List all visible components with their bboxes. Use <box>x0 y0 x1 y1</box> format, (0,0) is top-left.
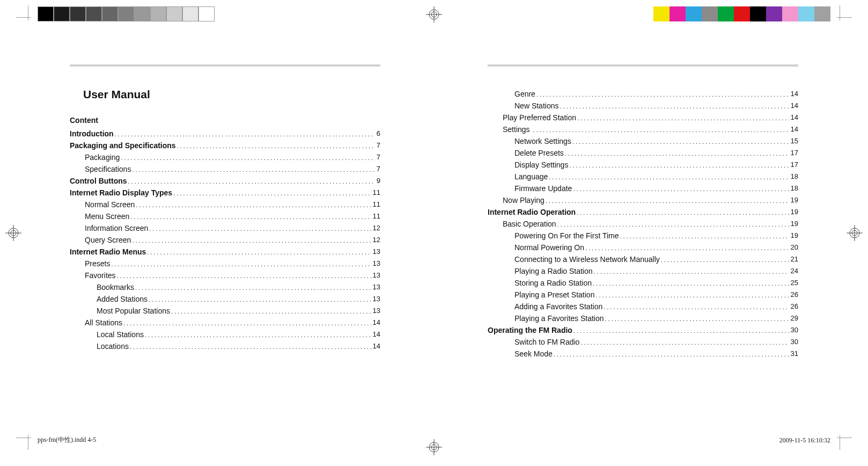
color-swatch <box>734 6 750 21</box>
color-swatch <box>798 6 814 21</box>
color-swatch <box>38 6 54 21</box>
toc-entry-label: Genre <box>514 90 536 98</box>
page-right: Genre14New Stations14Play Preferred Stat… <box>434 64 868 423</box>
toc-entry-label: Specifications <box>85 165 132 173</box>
toc-entry-label: Switch to FM Radio <box>514 338 580 346</box>
toc-entry: Adding a Favorites Station26 <box>488 301 798 312</box>
toc-entry-label: Internet Radio Display Types <box>70 188 173 197</box>
toc-entry-label: Language <box>514 172 549 181</box>
toc-entry-label: Internet Radio Menus <box>70 247 147 256</box>
toc-entry-page: 13 <box>371 293 380 305</box>
toc-entry-page: 11 <box>371 199 380 210</box>
toc-entry: Favorites13 <box>70 270 380 281</box>
color-swatch <box>86 6 102 21</box>
toc-entry-label: Information Screen <box>85 224 149 232</box>
toc-entry-label: Normal Screen <box>85 200 136 209</box>
toc-entry-label: Storing a Radio Station <box>514 279 593 287</box>
toc-entry-label: Locations <box>97 342 130 351</box>
toc-entry: Now Playing19 <box>488 194 798 206</box>
toc-entry: Delete Presets17 <box>488 147 798 159</box>
toc-entry-page: 26 <box>789 289 798 301</box>
toc-entry-label: Control Buttons <box>70 177 128 185</box>
color-swatch <box>70 6 86 21</box>
toc-entry-label: Bookmarks <box>97 283 135 292</box>
color-swatch <box>766 6 782 21</box>
toc-entry-page: 14 <box>371 340 380 352</box>
color-bar-grayscale <box>38 6 215 21</box>
toc-entry-page: 24 <box>789 265 798 277</box>
toc-entry-page: 11 <box>371 187 380 199</box>
toc-entry: Seek Mode31 <box>488 348 798 360</box>
toc-entry: Firmware Update18 <box>488 183 798 194</box>
color-swatch <box>54 6 70 21</box>
toc-entry: Powering On For the First Time19 <box>488 230 798 242</box>
crop-corner-br <box>830 428 852 450</box>
toc-entry-label: Connecting to a Wireless Network Manuall… <box>514 255 661 264</box>
toc-entry: Internet Radio Menus13 <box>70 246 380 258</box>
toc-entry: Added Stations13 <box>70 293 380 305</box>
toc-entry: Local Stations14 <box>70 329 380 340</box>
color-bar-colors <box>653 6 830 21</box>
toc-entry: All Stations14 <box>70 317 380 329</box>
toc-entry-label: Introduction <box>70 129 115 138</box>
toc-entry-page: 11 <box>371 210 380 222</box>
toc-entry: Normal Screen11 <box>70 199 380 210</box>
page-rule <box>488 64 798 67</box>
footer-filename: pps-fm(中性).indd 4-5 <box>38 435 96 445</box>
toc-entry-page: 15 <box>789 135 798 147</box>
toc-entry: Operating the FM Radio30 <box>488 324 798 336</box>
toc-entry-page: 7 <box>375 151 380 163</box>
color-swatch <box>750 6 766 21</box>
toc-entry-label: Operating the FM Radio <box>488 326 573 334</box>
toc-entry: Information Screen12 <box>70 222 380 234</box>
toc-entry: Network Settings15 <box>488 135 798 147</box>
color-swatch <box>653 6 670 21</box>
toc-entry: Most Popular Stations13 <box>70 305 380 317</box>
toc-entry-page: 29 <box>789 312 798 324</box>
toc-entry-label: Playing a Radio Station <box>514 267 594 275</box>
toc-entry-page: 14 <box>371 317 380 329</box>
toc-entry: Internet Radio Operation19 <box>488 206 798 218</box>
toc-entry-page: 30 <box>789 324 798 336</box>
toc-entry: Play Preferred Station14 <box>488 112 798 123</box>
toc-entry-page: 18 <box>789 183 798 194</box>
toc-entry-page: 25 <box>789 277 798 289</box>
color-swatch <box>198 6 215 21</box>
toc-entry-page: 13 <box>371 270 380 281</box>
color-swatch <box>718 6 734 21</box>
toc-entry: Playing a Preset Station26 <box>488 289 798 301</box>
toc-entry-label: Most Popular Stations <box>97 307 171 315</box>
toc-entry-page: 14 <box>789 123 798 135</box>
toc-entry-label: Powering On For the First Time <box>514 231 620 240</box>
color-swatch <box>814 6 830 21</box>
toc-entry: Language18 <box>488 171 798 183</box>
toc-entry-label: Internet Radio Operation <box>488 208 577 216</box>
toc-entry-page: 7 <box>375 163 380 175</box>
toc-entry-page: 14 <box>789 112 798 123</box>
toc-entry-label: Firmware Update <box>514 184 573 193</box>
toc-entry-page: 14 <box>789 88 798 100</box>
crop-corner-tl <box>16 5 38 27</box>
color-swatch <box>134 6 150 21</box>
toc-entry-label: Display Settings <box>514 161 569 169</box>
toc-entry-label: Normal Powering On <box>514 243 585 252</box>
toc-entry: Query Screen12 <box>70 234 380 246</box>
toc-entry: Settings 14 <box>488 123 798 135</box>
color-swatch <box>782 6 798 21</box>
toc-entry: Bookmarks13 <box>70 281 380 293</box>
toc-entry-label: Menu Screen <box>85 212 130 221</box>
toc-entry-label: Play Preferred Station <box>503 113 577 122</box>
toc-entry-page: 17 <box>789 159 798 171</box>
toc-entry-page: 14 <box>371 329 380 340</box>
crop-corner-tr <box>830 5 852 27</box>
toc-entry-label: Delete Presets <box>514 149 565 157</box>
toc-entry-page: 19 <box>789 218 798 230</box>
toc-entry-label: Now Playing <box>503 196 546 205</box>
color-swatch <box>166 6 182 21</box>
toc-entry: Basic Operation19 <box>488 218 798 230</box>
toc-entry-page: 17 <box>789 147 798 159</box>
toc-entry: Packaging7 <box>70 151 380 163</box>
toc-entry: Internet Radio Display Types11 <box>70 187 380 199</box>
toc-entry-page: 30 <box>789 336 798 348</box>
toc-entry-page: 19 <box>789 206 798 218</box>
